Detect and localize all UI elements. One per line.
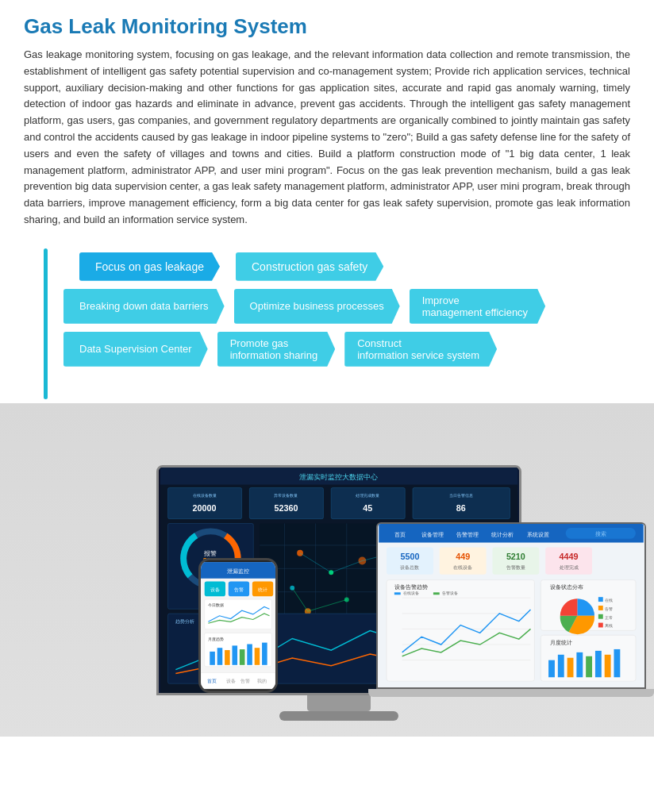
svg-point-31 bbox=[297, 550, 303, 556]
svg-text:泄漏实时监控大数据中心: 泄漏实时监控大数据中心 bbox=[300, 472, 379, 480]
svg-rect-82 bbox=[598, 597, 603, 602]
svg-text:设备管理: 设备管理 bbox=[421, 531, 444, 537]
features-section: Focus on gas leakage Construction gas sa… bbox=[0, 237, 654, 403]
svg-text:45: 45 bbox=[363, 503, 372, 513]
svg-rect-97 bbox=[595, 651, 602, 677]
tags-row-3: Data Supervision Center Promote gas info… bbox=[63, 332, 630, 367]
svg-text:系统设置: 系统设置 bbox=[527, 531, 549, 537]
svg-text:设备总数: 设备总数 bbox=[400, 565, 419, 570]
page-wrapper: Gas Leak Monitoring System Gas leakage m… bbox=[0, 0, 654, 737]
svg-text:设备: 设备 bbox=[226, 679, 236, 683]
tag-improve-management[interactable]: Improve management efficiency bbox=[410, 289, 545, 324]
svg-text:离线: 离线 bbox=[605, 623, 613, 628]
svg-rect-99 bbox=[614, 649, 620, 677]
svg-text:4449: 4449 bbox=[560, 552, 579, 561]
svg-point-34 bbox=[290, 586, 294, 591]
svg-text:告警管理: 告警管理 bbox=[456, 531, 479, 537]
page-title: Gas Leak Monitoring System bbox=[24, 14, 630, 39]
svg-rect-94 bbox=[567, 657, 574, 677]
svg-rect-84 bbox=[598, 606, 603, 610]
laptop-base bbox=[368, 689, 654, 697]
tag-promote-gas[interactable]: Promote gas information sharing bbox=[217, 332, 336, 367]
tag-promote-line2: information sharing bbox=[230, 349, 318, 361]
svg-text:异常设备数量: 异常设备数量 bbox=[274, 493, 298, 498]
svg-text:月度统计: 月度统计 bbox=[550, 640, 572, 645]
svg-text:当日告警信息: 当日告警信息 bbox=[449, 493, 473, 498]
svg-text:5210: 5210 bbox=[506, 552, 525, 561]
tag-construct-info[interactable]: Construct information service system bbox=[344, 332, 497, 367]
header-section: Gas Leak Monitoring System Gas leakage m… bbox=[0, 0, 654, 237]
phone-screen-svg: 泄漏监控 设备 告警 统计 今日数据 月度趋势 bbox=[201, 560, 275, 691]
svg-text:告警: 告警 bbox=[234, 587, 244, 592]
left-accent-bar bbox=[44, 248, 48, 399]
svg-rect-92 bbox=[548, 660, 555, 677]
tags-row-1: Focus on gas leakage Construction gas sa… bbox=[79, 252, 630, 281]
svg-rect-116 bbox=[232, 645, 237, 664]
svg-text:泄漏监控: 泄漏监控 bbox=[227, 568, 249, 574]
svg-rect-115 bbox=[225, 650, 230, 665]
tag-construct-line2: information service system bbox=[357, 349, 479, 361]
svg-rect-88 bbox=[598, 622, 603, 627]
svg-rect-117 bbox=[240, 649, 245, 665]
svg-rect-86 bbox=[598, 614, 603, 619]
tag-improve-line2: management efficiency bbox=[422, 306, 528, 318]
laptop-dashboard-svg: 首页 设备管理 告警管理 统计分析 系统设置 搜索 5500 设备总数 4 bbox=[378, 524, 644, 687]
tag-optimize-business[interactable]: Optimize business processes bbox=[234, 289, 400, 324]
svg-rect-77 bbox=[433, 592, 440, 595]
svg-rect-96 bbox=[586, 656, 592, 677]
svg-text:处理完成数量: 处理完成数量 bbox=[356, 493, 379, 498]
svg-text:告警设备: 告警设备 bbox=[442, 591, 458, 595]
laptop-screen-frame: 首页 设备管理 告警管理 统计分析 系统设置 搜索 5500 设备总数 4 bbox=[376, 522, 646, 689]
tag-promote-line1: Promote gas bbox=[230, 337, 289, 349]
tag-improve-line1: Improve bbox=[422, 294, 460, 306]
svg-rect-120 bbox=[262, 642, 267, 664]
svg-text:告警: 告警 bbox=[605, 606, 613, 611]
svg-text:告警数量: 告警数量 bbox=[506, 565, 525, 570]
svg-text:我的: 我的 bbox=[257, 679, 267, 683]
svg-rect-75 bbox=[394, 592, 401, 595]
svg-text:86: 86 bbox=[456, 503, 466, 513]
screenshots-section: 泄漏实时监控大数据中心 在线设备数量 20000 异常设备数量 52360 处理… bbox=[0, 403, 654, 737]
tags-layout: Focus on gas leakage Construction gas sa… bbox=[40, 252, 630, 367]
svg-text:在线设备数量: 在线设备数量 bbox=[193, 493, 217, 498]
tag-focus-gas-leakage[interactable]: Focus on gas leakage bbox=[79, 252, 220, 281]
svg-text:20000: 20000 bbox=[193, 503, 217, 513]
tag-data-supervision[interactable]: Data Supervision Center bbox=[63, 332, 208, 367]
monitor-stand bbox=[307, 695, 371, 711]
svg-text:月度趋势: 月度趋势 bbox=[208, 637, 224, 641]
tag-construct-line1: Construct bbox=[357, 337, 402, 349]
svg-rect-113 bbox=[210, 652, 215, 665]
svg-rect-93 bbox=[558, 655, 564, 677]
tags-row-2: Breaking down data barriers Optimize bus… bbox=[63, 289, 630, 324]
svg-rect-119 bbox=[255, 648, 260, 665]
svg-text:告警: 告警 bbox=[240, 679, 250, 683]
svg-text:首页: 首页 bbox=[394, 531, 406, 537]
svg-text:在线设备: 在线设备 bbox=[453, 565, 472, 570]
svg-rect-118 bbox=[247, 644, 252, 664]
svg-text:设备: 设备 bbox=[210, 587, 220, 592]
svg-text:在线: 在线 bbox=[605, 598, 613, 602]
svg-text:设备状态分布: 设备状态分布 bbox=[550, 584, 583, 590]
svg-rect-98 bbox=[605, 655, 611, 677]
tag-breaking-data-barriers[interactable]: Breaking down data barriers bbox=[63, 289, 225, 324]
svg-text:统计: 统计 bbox=[258, 587, 267, 592]
phone-frame: 泄漏监控 设备 告警 统计 今日数据 月度趋势 bbox=[198, 558, 278, 693]
phone-wrapper: 泄漏监控 设备 告警 统计 今日数据 月度趋势 bbox=[198, 558, 278, 693]
svg-text:正常: 正常 bbox=[605, 614, 613, 619]
svg-text:趋势分析: 趋势分析 bbox=[175, 619, 194, 624]
description-text: Gas leakage monitoring system, focusing … bbox=[24, 47, 630, 229]
svg-text:处理完成: 处理完成 bbox=[560, 564, 579, 570]
svg-text:设备告警趋势: 设备告警趋势 bbox=[394, 584, 428, 591]
svg-text:今日数据: 今日数据 bbox=[208, 602, 224, 607]
svg-text:搜索: 搜索 bbox=[595, 530, 606, 536]
svg-text:在线设备: 在线设备 bbox=[403, 591, 419, 595]
svg-text:首页: 首页 bbox=[207, 679, 217, 683]
svg-rect-114 bbox=[217, 648, 223, 665]
svg-text:5500: 5500 bbox=[400, 552, 419, 561]
laptop-screen-content: 首页 设备管理 告警管理 统计分析 系统设置 搜索 5500 设备总数 4 bbox=[378, 524, 644, 687]
svg-text:统计分析: 统计分析 bbox=[491, 531, 514, 537]
svg-rect-95 bbox=[576, 652, 583, 677]
laptop-wrapper: 首页 设备管理 告警管理 统计分析 系统设置 搜索 5500 设备总数 4 bbox=[376, 522, 646, 697]
tag-construction-gas-safety[interactable]: Construction gas safety bbox=[236, 252, 383, 281]
svg-text:449: 449 bbox=[456, 552, 470, 561]
